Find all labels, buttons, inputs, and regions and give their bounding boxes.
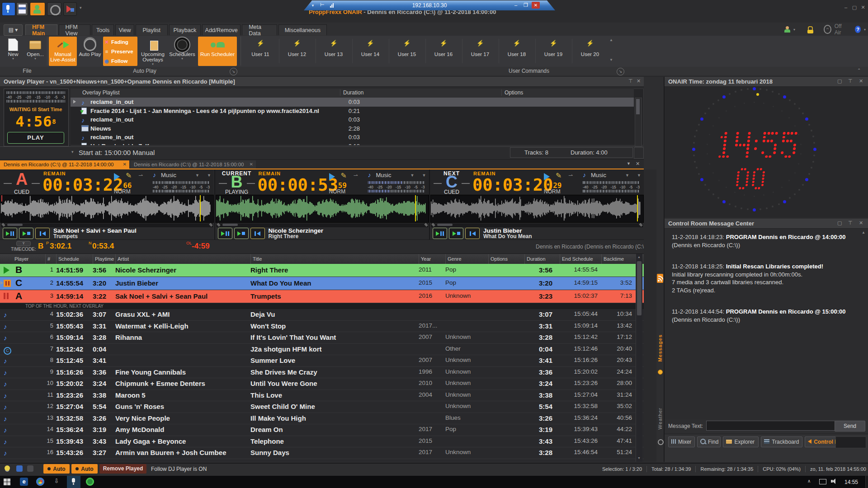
- fading-toggle[interactable]: ✕Fading: [104, 38, 137, 47]
- pin-icon[interactable]: ⊤: [628, 78, 633, 84]
- pin-icon[interactable]: ⊤: [848, 78, 853, 84]
- user-command-user-14[interactable]: ⚡User 14: [353, 38, 387, 64]
- playlist-row[interactable]: ♪515:05:433:31Watermat + Kelli-LeighWon'…: [0, 321, 644, 333]
- ribbon-tab-playlist[interactable]: Playlist: [136, 24, 168, 35]
- close-icon[interactable]: ✕: [859, 220, 863, 226]
- overlay-row[interactable]: ♪reclame_in_out0:03: [71, 98, 634, 107]
- ribbon-tab-tools[interactable]: Tools: [92, 24, 114, 35]
- network-icon[interactable]: [819, 479, 826, 484]
- active-app-highlight[interactable]: [67, 476, 80, 488]
- play-pause-button[interactable]: [433, 228, 447, 239]
- column-header-title[interactable]: Title: [250, 254, 419, 264]
- microphone-icon[interactable]: [2, 2, 15, 16]
- playlist-row[interactable]: ♪815:12:453:41Summer Love2007Unknown3:41…: [0, 355, 644, 367]
- ribbon-collapse-icon[interactable]: ⌃: [857, 68, 861, 73]
- deck-play-icon[interactable]: [114, 173, 120, 180]
- overlay-row[interactable]: Fractie 2014 - Lijst 1 - Jan Menninga - …: [71, 107, 634, 116]
- user-command-user-12[interactable]: ⚡User 12: [280, 38, 314, 64]
- user-command-user-15[interactable]: ⚡User 15: [390, 38, 424, 64]
- playlist-row[interactable]: ♪1315:32:583:26Very Nice PeopleIll Make …: [0, 413, 644, 425]
- deck-waveform[interactable]: [0, 195, 214, 223]
- help-icon[interactable]: ?: [855, 26, 861, 33]
- tab-close-icon[interactable]: ✕: [123, 160, 127, 169]
- deck-edit-icon[interactable]: ✎: [556, 171, 561, 180]
- column-header-end-schedule[interactable]: End Schedule: [560, 254, 601, 264]
- playlist-row[interactable]: ♪915:16:263:36Fine Young CannibalsShe Dr…: [0, 367, 644, 379]
- remote-minimize-button[interactable]: –: [512, 2, 520, 8]
- user-command-user-17[interactable]: ⚡User 17: [463, 38, 497, 64]
- new-button[interactable]: New▾: [3, 37, 24, 66]
- ribbon-tab-add-remove[interactable]: Add/Remove: [202, 24, 241, 35]
- scroll-up-icon[interactable]: ▲: [637, 255, 641, 258]
- play-pause-button[interactable]: [218, 228, 232, 239]
- run-scheduler-button[interactable]: Run Scheduler: [198, 37, 237, 66]
- user-commands-dialog-launcher-icon[interactable]: ↘: [617, 68, 624, 75]
- panel-maximize-icon[interactable]: ▢: [837, 220, 842, 226]
- ribbon-tab-view[interactable]: View: [115, 24, 134, 35]
- lightbulb-icon[interactable]: [5, 465, 10, 471]
- rail-tab-rss[interactable]: [657, 274, 663, 283]
- column-header-artist[interactable]: Artist: [115, 254, 250, 264]
- auto-toggle-2[interactable]: Auto: [71, 464, 98, 474]
- right-tab-mixer[interactable]: Mixer: [668, 436, 695, 447]
- listener-icon[interactable]: [16, 465, 23, 472]
- overlay-row[interactable]: Het Raadgeluid - Zelf0:13: [71, 142, 634, 145]
- column-header-duration[interactable]: Duration: [524, 254, 560, 264]
- close-button[interactable]: ✕: [859, 5, 867, 10]
- ribbon-tab-hfm-view[interactable]: HFM View: [59, 24, 91, 35]
- column-header-backtime[interactable]: Backtime: [601, 254, 633, 264]
- tab-list-caret-icon[interactable]: ▼: [627, 161, 631, 166]
- deck-options-caret-icon[interactable]: ▼: [637, 173, 641, 178]
- deck-eject-icon[interactable]: ⇀: [568, 172, 573, 178]
- pin-icon[interactable]: ⊤: [848, 220, 853, 226]
- deck-group-label[interactable]: Music: [161, 172, 176, 178]
- right-tab-explorer[interactable]: Explorer: [723, 436, 759, 447]
- open-button[interactable]: Open...▾: [24, 37, 46, 66]
- speaker-icon[interactable]: [831, 479, 837, 484]
- start-button[interactable]: [4, 479, 10, 485]
- deck-group-caret-icon[interactable]: ▼: [625, 173, 629, 178]
- remote-close-button[interactable]: ✕: [532, 2, 540, 9]
- playout-icon[interactable]: [63, 2, 77, 16]
- log-icon[interactable]: [27, 465, 33, 472]
- close-icon[interactable]: ✕: [859, 78, 863, 84]
- playlist-row[interactable]: C214:55:543:20Justin BieberWhat Do You M…: [0, 277, 644, 290]
- follow-toggle[interactable]: ◉Follow: [104, 56, 137, 66]
- playlist-row[interactable]: ♪1515:39:433:43Lady Gaga + BeyonceTeleph…: [0, 436, 644, 448]
- deck-group-label[interactable]: Music: [376, 172, 392, 178]
- deck-edit-icon[interactable]: ✎: [126, 171, 132, 180]
- deck-edit-icon[interactable]: ✎: [341, 171, 347, 180]
- lock-icon[interactable]: [807, 26, 813, 33]
- play-stop-button[interactable]: [234, 228, 249, 239]
- playlist-row[interactable]: ♪1115:23:263:38Maroon 5This Love2004Unkn…: [0, 390, 644, 402]
- playlist-row[interactable]: C715:12:420:04J2a shotgun HFM kortOther0…: [0, 344, 644, 356]
- edge-browser-icon[interactable]: e: [20, 478, 28, 486]
- remote-restore-button[interactable]: ❐: [522, 2, 530, 8]
- column-header-year[interactable]: Year: [419, 254, 445, 264]
- ribbon-tab-hfm-main[interactable]: HFM Main: [25, 24, 57, 35]
- tab-close-all-icon[interactable]: ✕: [636, 161, 640, 167]
- app-menu-button[interactable]: ▤ ▾: [4, 24, 23, 36]
- timecode-mode-button[interactable]: Ÿ: [16, 241, 31, 246]
- column-header-options[interactable]: Options: [488, 254, 524, 264]
- deck-play-icon[interactable]: [329, 173, 335, 180]
- user-command-user-18[interactable]: ⚡User 18: [500, 38, 534, 64]
- deck-play-icon[interactable]: [544, 173, 550, 180]
- manual-live-assist-button[interactable]: Manual Live-Assist: [49, 37, 77, 66]
- playlist-tab[interactable]: Dennis en Riccardo (C:\) @ 11-2-2018 15:…: [130, 160, 256, 169]
- user-menu-caret-icon[interactable]: ▾: [793, 28, 795, 32]
- close-icon[interactable]: ✕: [637, 78, 641, 84]
- deck-options-caret-icon[interactable]: ▼: [422, 173, 426, 178]
- playlist-row[interactable]: ♪1615:43:263:27Armin van Buuren + Josh C…: [0, 447, 644, 459]
- auto-toggle-1[interactable]: Auto: [43, 464, 70, 474]
- playlist-row[interactable]: ♪1715:46:543:23Make Me ...2016Unknown: [0, 459, 644, 462]
- skip-to-start-button[interactable]: [250, 228, 265, 239]
- skip-to-start-button[interactable]: [35, 228, 50, 239]
- right-tab-find[interactable]: Find: [697, 436, 721, 447]
- tray-expand-icon[interactable]: ∧: [807, 479, 811, 483]
- playlist-row[interactable]: ♪415:02:363:07Grasu XXL + AMIDeja Vu3:07…: [0, 309, 644, 321]
- deck-eject-icon[interactable]: ⇀: [354, 172, 358, 178]
- start-bar-caret-icon[interactable]: ▾: [71, 150, 74, 154]
- playlist-row[interactable]: A314:59:143:22Sak Noel + Salvi + Sean Pa…: [0, 290, 644, 303]
- scroll-down-icon[interactable]: ▼: [637, 456, 641, 460]
